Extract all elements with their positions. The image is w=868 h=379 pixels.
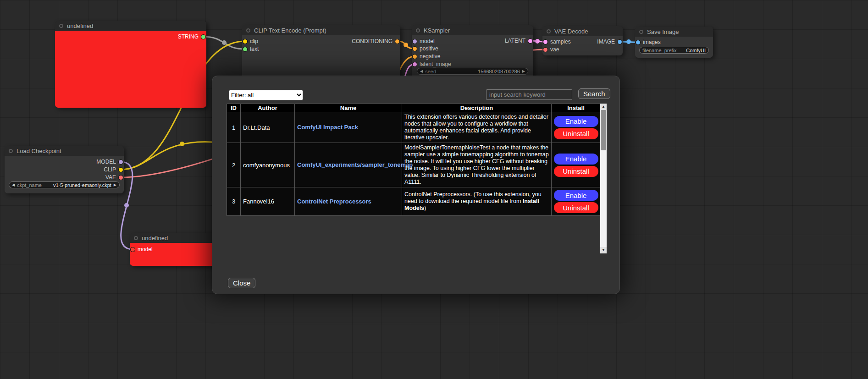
node-title: Load Checkpoint xyxy=(17,148,61,154)
output-slot-dot[interactable] xyxy=(395,39,399,44)
collapse-dot-icon[interactable] xyxy=(246,28,250,33)
collapse-dot-icon[interactable] xyxy=(59,24,63,28)
input-slot-dot[interactable] xyxy=(413,39,417,44)
extension-link[interactable]: ComfyUI_experiments/sampler_tonemap xyxy=(297,161,413,168)
input-slot-dot[interactable] xyxy=(243,47,247,51)
output-slot-model: MODEL xyxy=(96,159,123,165)
cell-id: 1 xyxy=(227,112,241,143)
node-title: Save Image xyxy=(647,28,679,35)
node-title-bar[interactable]: Save Image xyxy=(635,27,713,37)
table-row: 3 Fannovel16 ControlNet Preprocessors Co… xyxy=(227,187,601,216)
widget-label: ckpt_name xyxy=(17,182,42,188)
input-slot-dot[interactable] xyxy=(413,62,417,66)
output-slot-image: IMAGE xyxy=(597,38,622,45)
input-slot-dot[interactable] xyxy=(413,47,417,51)
slot-label: LATENT xyxy=(505,38,525,44)
output-slot-dot[interactable] xyxy=(528,39,532,43)
decrement-arrow-icon[interactable]: ◀ xyxy=(12,183,15,187)
search-input[interactable] xyxy=(486,89,572,100)
slot-label: latent_image xyxy=(420,61,451,67)
slot-label: CONDITIONING xyxy=(352,38,393,44)
node-ksampler[interactable]: KSampler model positive negative latent_… xyxy=(412,25,533,83)
slot-label: clip xyxy=(250,38,258,44)
slot-label: IMAGE xyxy=(597,38,615,45)
output-slot-conditioning: CONDITIONING xyxy=(352,38,399,44)
input-slot-dot[interactable] xyxy=(413,55,417,59)
output-slot-dot[interactable] xyxy=(618,40,622,44)
collapse-dot-icon[interactable] xyxy=(416,28,420,33)
enable-button[interactable]: Enable xyxy=(554,154,598,165)
node-title-bar[interactable]: CLIP Text Encode (Prompt) xyxy=(242,25,400,35)
input-slot-negative: negative xyxy=(413,53,440,60)
output-slot-dot[interactable] xyxy=(119,160,123,164)
scroll-up-icon[interactable]: ▲ xyxy=(600,104,607,110)
slot-label: images xyxy=(643,39,661,45)
scroll-down-icon[interactable]: ▼ xyxy=(600,247,607,253)
output-slot-dot[interactable] xyxy=(119,176,123,180)
input-slot-images: images xyxy=(636,39,661,45)
input-slot-clip: clip xyxy=(243,38,258,44)
seed-widget[interactable]: ◀ seed 156680208700286 ▶ xyxy=(417,68,528,75)
link-dot-string xyxy=(222,40,227,45)
extension-link[interactable]: ComfyUI Impact Pack xyxy=(297,124,358,131)
header-name: Name xyxy=(295,104,402,112)
uninstall-button[interactable]: Uninstall xyxy=(554,202,598,213)
uninstall-button[interactable]: Uninstall xyxy=(554,128,598,139)
enable-button[interactable]: Enable xyxy=(554,116,598,127)
collapse-dot-icon[interactable] xyxy=(9,149,13,153)
slot-label: model xyxy=(138,246,153,253)
search-button[interactable]: Search xyxy=(578,88,610,99)
node-vae-decode[interactable]: VAE Decode samples vae IMAGE xyxy=(542,26,623,55)
link-dot-clip xyxy=(180,142,184,146)
increment-arrow-icon[interactable]: ▶ xyxy=(114,183,116,187)
output-slot-dot[interactable] xyxy=(119,168,123,172)
collapse-dot-icon[interactable] xyxy=(639,30,643,34)
widget-value: 156680208700286 xyxy=(478,69,520,74)
close-button[interactable]: Close xyxy=(228,278,255,288)
output-slot-clip: CLIP xyxy=(104,166,123,173)
link-dot-model xyxy=(124,203,129,208)
node-title-bar[interactable]: Load Checkpoint xyxy=(5,146,124,156)
input-slot-dot[interactable] xyxy=(543,40,547,44)
slot-label: VAE xyxy=(105,174,116,181)
input-slot-dot[interactable] xyxy=(543,48,547,52)
extension-link[interactable]: ControlNet Preprocessors xyxy=(297,198,371,205)
node-title-bar[interactable]: KSampler xyxy=(412,25,533,35)
output-slot-vae: VAE xyxy=(105,174,123,181)
collapse-dot-icon[interactable] xyxy=(547,29,551,33)
input-slot-dot[interactable] xyxy=(131,247,135,252)
collapse-dot-icon[interactable] xyxy=(134,236,138,240)
wire-string xyxy=(203,37,245,49)
node-undefined-top[interactable]: undefined STRING xyxy=(55,21,206,108)
scrollbar[interactable]: ▲ ▼ xyxy=(600,104,607,253)
node-title: CLIP Text Encode (Prompt) xyxy=(254,27,326,34)
slot-label: negative xyxy=(420,53,440,60)
header-id: ID xyxy=(227,104,241,112)
filter-select[interactable]: Filter: all xyxy=(229,90,303,100)
table-row: 1 Dr.Lt.Data ComfyUI Impact Pack This ex… xyxy=(227,112,601,143)
node-save-image[interactable]: Save Image images filename_prefix ComfyU… xyxy=(635,27,713,58)
table-header-row: ID Author Name Description Install xyxy=(227,104,601,112)
output-slot-latent: LATENT xyxy=(505,38,532,44)
filename-prefix-widget[interactable]: filename_prefix ComfyUI xyxy=(639,47,709,54)
cell-author: comfyanonymous xyxy=(241,143,295,187)
cell-description: ModelSamplerTonemapNoiseTest a node that… xyxy=(402,143,552,187)
node-title-bar[interactable]: undefined xyxy=(55,21,206,31)
description-text: ControlNet Preprocessors. (To use this e… xyxy=(404,191,542,204)
uninstall-button[interactable]: Uninstall xyxy=(554,166,598,177)
node-title-bar[interactable]: VAE Decode xyxy=(542,26,623,36)
decrement-arrow-icon[interactable]: ◀ xyxy=(420,69,423,73)
ckpt-name-widget[interactable]: ◀ ckpt_name v1-5-pruned-emaonly.ckpt ▶ xyxy=(9,181,120,188)
header-description: Description xyxy=(402,104,552,112)
enable-button[interactable]: Enable xyxy=(554,190,598,201)
input-slot-dot[interactable] xyxy=(636,40,640,44)
output-slot-dot[interactable] xyxy=(201,35,205,39)
cell-author: Dr.Lt.Data xyxy=(241,112,295,143)
input-slot-dot[interactable] xyxy=(243,39,247,44)
node-load-checkpoint[interactable]: Load Checkpoint MODEL CLIP VAE ◀ ckpt_na… xyxy=(5,146,124,193)
input-slot-model: model xyxy=(131,246,153,253)
increment-arrow-icon[interactable]: ▶ xyxy=(522,69,525,73)
slot-label: STRING xyxy=(178,33,199,40)
scrollbar-thumb[interactable] xyxy=(601,110,606,150)
widget-value: ComfyUI xyxy=(686,48,706,53)
